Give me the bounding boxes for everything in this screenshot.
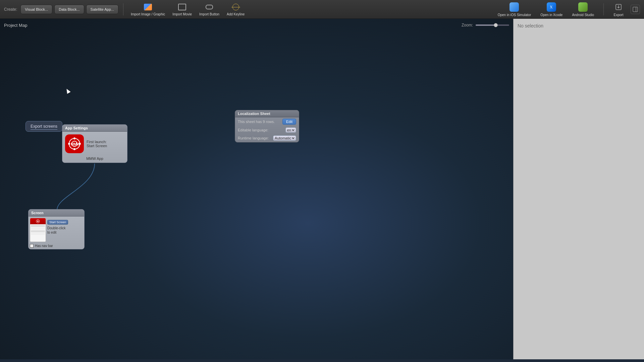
double-click-text2: to edit <box>47 230 82 235</box>
import-image-action[interactable]: Import Image / Graphic <box>128 2 168 17</box>
has-nav-bar-label: Has nav bar <box>35 244 53 248</box>
add-keyline-icon <box>231 2 240 12</box>
right-panel: No selection <box>513 19 644 359</box>
app-icon: MMW <box>65 134 84 153</box>
app-settings-header: App Settings <box>62 125 127 132</box>
no-selection-label: No selection <box>518 23 543 28</box>
svg-point-10 <box>68 143 70 145</box>
zoom-label: Zoom: <box>462 23 473 27</box>
import-movie-action[interactable]: Import Movie <box>170 2 195 17</box>
toolbar: Create: Visual Block... Data Block... Sa… <box>0 0 644 19</box>
screen-card[interactable]: Screen <box>28 209 85 249</box>
first-launch-info: First launch: Start Screen <box>87 140 107 148</box>
open-ios-simulator-action[interactable]: Open in iOS Simulator <box>495 1 534 17</box>
export-action[interactable]: Export <box>610 1 627 17</box>
cursor-indicator <box>66 88 70 95</box>
localization-rows-row: This sheet has 9 rows. Edit <box>235 117 299 126</box>
project-map-canvas[interactable]: Project Map Zoom: Export screens App Set… <box>0 19 513 359</box>
add-keyline-action[interactable]: Add Keyline <box>224 2 247 17</box>
double-click-text1: Double-click <box>47 226 82 230</box>
zoom-slider-track[interactable] <box>476 24 509 26</box>
svg-point-9 <box>73 148 75 150</box>
editable-language-row: Editable language: en <box>235 126 299 134</box>
svg-text:X: X <box>550 5 553 9</box>
screen-info: Start Screen Double-click to edit <box>46 218 83 242</box>
data-block-button[interactable]: Data Block... <box>54 5 84 14</box>
android-studio-icon <box>578 2 588 12</box>
project-map-title: Project Map <box>4 23 27 28</box>
localization-sheet[interactable]: Localization Sheet This sheet has 9 rows… <box>235 110 299 142</box>
editable-language-select[interactable]: en <box>285 127 296 133</box>
screen-card-inner: Start Screen Double-click to edit <box>29 217 84 243</box>
runtime-language-label: Runtime language: <box>238 136 269 140</box>
svg-text:MMW: MMW <box>71 142 80 146</box>
edit-button[interactable]: Edit <box>282 119 296 125</box>
runtime-language-row: Runtime language: Automatic <box>235 134 299 142</box>
svg-point-14 <box>37 221 39 222</box>
screen-preview <box>30 218 46 242</box>
open-in-xcode-action[interactable]: X Open in Xcode <box>538 1 565 17</box>
start-screen-badge: Start Screen <box>47 220 68 225</box>
has-nav-bar-row: Has nav bar <box>29 243 84 249</box>
zoom-control: Zoom: <box>462 23 509 27</box>
localization-sheet-header: Localization Sheet <box>235 110 299 117</box>
first-launch-label: First launch: <box>87 140 107 144</box>
export-icon <box>613 2 624 12</box>
zoom-track-fill <box>476 24 496 26</box>
svg-point-8 <box>73 137 75 139</box>
toggle-panel-button[interactable] <box>631 5 640 14</box>
screen-card-header: Screen <box>29 209 84 217</box>
ios-simulator-icon <box>509 2 520 12</box>
editable-language-label: Editable language: <box>238 128 268 132</box>
zoom-handle[interactable] <box>494 23 498 27</box>
import-button-icon <box>205 2 214 12</box>
connection-line <box>0 19 513 359</box>
export-screens-box[interactable]: Export screens <box>25 121 62 132</box>
screen-preview-body <box>30 224 46 242</box>
export-screens-label: Export screens <box>31 124 57 130</box>
has-nav-bar-checkbox[interactable] <box>30 244 34 248</box>
android-studio-action[interactable]: Android Studio <box>569 1 597 17</box>
app-name-footer: MMW App <box>62 156 127 163</box>
screen-preview-top <box>30 218 46 224</box>
satellite-app-button[interactable]: Satellite App... <box>86 5 118 14</box>
svg-rect-3 <box>633 7 638 12</box>
xcode-icon: X <box>546 2 557 12</box>
import-image-icon <box>143 2 153 12</box>
create-label: Create: <box>4 7 17 12</box>
app-settings-body: MMW First launch: Start Screen <box>62 132 127 156</box>
toolbar-separator-1 <box>123 3 123 15</box>
app-settings-card[interactable]: App Settings MMW Fir <box>62 124 127 163</box>
first-launch-value: Start Screen <box>87 144 107 148</box>
import-button-action[interactable]: Import Button <box>197 2 222 17</box>
rows-text: This sheet has 9 rows. <box>238 120 275 124</box>
toolbar-right: Open in iOS Simulator X Open in Xcode An… <box>495 1 640 17</box>
cursor-arrow-icon <box>65 88 70 94</box>
import-movie-icon <box>177 2 187 12</box>
main-container: Project Map Zoom: Export screens App Set… <box>0 19 644 359</box>
runtime-language-select[interactable]: Automatic <box>273 135 296 141</box>
toolbar-separator-2 <box>603 3 604 15</box>
visual-block-button[interactable]: Visual Block... <box>20 5 52 14</box>
